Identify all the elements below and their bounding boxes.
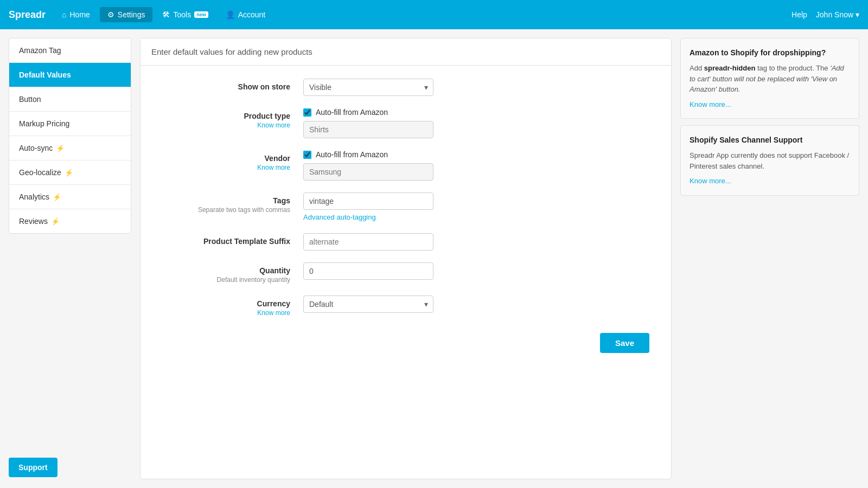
nav-settings[interactable]: ⚙ Settings [100, 7, 153, 22]
account-icon: 👤 [226, 10, 235, 19]
settings-icon: ⚙ [107, 10, 114, 19]
right-panel: Amazon to Shopify for dropshipping? Add … [680, 38, 859, 196]
sidebar-item-amazon-tag[interactable]: Amazon Tag [9, 38, 131, 63]
tools-icon: 🛠 [162, 10, 170, 19]
product-type-label-col: Product type Know more [162, 108, 303, 129]
currency-label: Currency [162, 299, 290, 308]
currency-label-col: Currency Know more [162, 296, 303, 317]
product-type-autofill-row: Auto-fill from Amazon [303, 108, 649, 117]
sidebar-item-analytics[interactable]: Analytics ⚡ [9, 185, 131, 209]
lightning-icon: ⚡ [65, 169, 73, 177]
info-card-sales-channel-text: Spreadr App currently does not support F… [690, 150, 850, 171]
vendor-sublabel[interactable]: Know more [162, 164, 290, 171]
template-suffix-label-col: Product Template Suffix [162, 233, 303, 246]
vendor-label: Vendor [162, 154, 290, 163]
nav-tools[interactable]: 🛠 Tools new [155, 7, 215, 22]
info-card-sales-channel: Shopify Sales Channel Support Spreadr Ap… [680, 125, 859, 196]
currency-select[interactable]: Default USD EUR GBP [303, 296, 433, 313]
save-button[interactable]: Save [600, 333, 649, 353]
info-card-dropshipping-link[interactable]: Know more... [690, 99, 850, 110]
new-badge: new [194, 11, 208, 18]
quantity-label-col: Quantity Default inventory quantity [162, 262, 303, 284]
tags-control: Advanced auto-tagging [303, 192, 649, 221]
product-type-autofill-checkbox[interactable] [303, 108, 311, 117]
info-card-dropshipping-title: Amazon to Shopify for dropshipping? [690, 47, 850, 59]
sidebar-item-auto-sync[interactable]: Auto-sync ⚡ [9, 136, 131, 160]
vendor-row: Vendor Know more Auto-fill from Amazon [162, 150, 649, 181]
vendor-label-col: Vendor Know more [162, 150, 303, 171]
nav-items: ⌂ Home ⚙ Settings 🛠 Tools new 👤 Account [54, 7, 792, 22]
nav-home[interactable]: ⌂ Home [54, 7, 98, 22]
vendor-control: Auto-fill from Amazon [303, 150, 649, 181]
tags-sublabel: Separate two tags with commas [162, 206, 290, 214]
main-body: Show on store Visible Hidden Draft Produ… [141, 66, 671, 370]
lightning-icon: ⚡ [56, 144, 65, 152]
save-row: Save [162, 333, 649, 353]
product-type-autofill-label: Auto-fill from Amazon [316, 108, 388, 117]
brand-logo: Spreadr [9, 9, 46, 21]
lightning-icon: ⚡ [51, 217, 60, 226]
show-on-store-control: Visible Hidden Draft [303, 79, 649, 96]
info-card-sales-channel-link[interactable]: Know more... [690, 176, 850, 187]
top-navigation: Spreadr ⌂ Home ⚙ Settings 🛠 Tools new 👤 … [0, 0, 868, 29]
template-suffix-label: Product Template Suffix [162, 237, 290, 246]
sidebar-item-markup-pricing[interactable]: Markup Pricing [9, 112, 131, 136]
sidebar-item-button[interactable]: Button [9, 87, 131, 112]
currency-row: Currency Know more Default USD EUR GBP [162, 296, 649, 317]
product-type-row: Product type Know more Auto-fill from Am… [162, 108, 649, 138]
nav-right: Help John Snow ▾ [792, 10, 859, 19]
product-type-label: Product type [162, 112, 290, 120]
tags-input[interactable] [303, 192, 433, 210]
page-layout: Amazon Tag Default Values Button Markup … [0, 29, 868, 488]
tags-label-col: Tags Separate two tags with commas [162, 192, 303, 214]
show-on-store-select[interactable]: Visible Hidden Draft [303, 79, 433, 96]
info-card-dropshipping: Amazon to Shopify for dropshipping? Add … [680, 38, 859, 119]
currency-sublabel[interactable]: Know more [162, 309, 290, 317]
support-button[interactable]: Support [9, 458, 58, 477]
sidebar: Amazon Tag Default Values Button Markup … [9, 38, 131, 234]
vendor-autofill-row: Auto-fill from Amazon [303, 150, 649, 159]
product-type-sublabel[interactable]: Know more [162, 121, 290, 129]
product-type-input[interactable] [303, 121, 433, 138]
user-menu[interactable]: John Snow ▾ [816, 10, 859, 19]
help-link[interactable]: Help [792, 10, 807, 19]
product-type-control: Auto-fill from Amazon [303, 108, 649, 138]
chevron-down-icon: ▾ [856, 10, 859, 19]
quantity-label: Quantity [162, 266, 290, 275]
main-content: Enter default values for adding new prod… [140, 38, 672, 479]
sidebar-item-geo-localize[interactable]: Geo-localize ⚡ [9, 160, 131, 185]
quantity-input[interactable] [303, 262, 433, 280]
tags-label: Tags [162, 196, 290, 205]
currency-control: Default USD EUR GBP [303, 296, 649, 313]
info-card-sales-channel-title: Shopify Sales Channel Support [690, 134, 850, 146]
lightning-icon: ⚡ [53, 193, 61, 201]
quantity-control [303, 262, 649, 280]
show-on-store-label-col: Show on store [162, 79, 303, 91]
template-suffix-input[interactable] [303, 233, 433, 251]
template-suffix-row: Product Template Suffix [162, 233, 649, 251]
quantity-sublabel: Default inventory quantity [162, 276, 290, 284]
sidebar-item-reviews[interactable]: Reviews ⚡ [9, 209, 131, 233]
show-on-store-row: Show on store Visible Hidden Draft [162, 79, 649, 96]
vendor-input[interactable] [303, 163, 433, 181]
info-card-dropshipping-text: Add spreadr-hidden tag to the product. T… [690, 63, 850, 95]
nav-account[interactable]: 👤 Account [218, 7, 273, 22]
vendor-autofill-label: Auto-fill from Amazon [316, 150, 388, 159]
template-suffix-control [303, 233, 649, 251]
home-icon: ⌂ [62, 10, 66, 19]
quantity-row: Quantity Default inventory quantity [162, 262, 649, 284]
sidebar-item-default-values[interactable]: Default Values [9, 63, 131, 87]
currency-select-wrapper: Default USD EUR GBP [303, 296, 433, 313]
advanced-auto-tagging-link[interactable]: Advanced auto-tagging [303, 213, 649, 221]
show-on-store-label: Show on store [162, 82, 290, 91]
main-header: Enter default values for adding new prod… [141, 38, 671, 66]
tags-row: Tags Separate two tags with commas Advan… [162, 192, 649, 221]
vendor-autofill-checkbox[interactable] [303, 151, 311, 159]
show-on-store-select-wrapper: Visible Hidden Draft [303, 79, 433, 96]
